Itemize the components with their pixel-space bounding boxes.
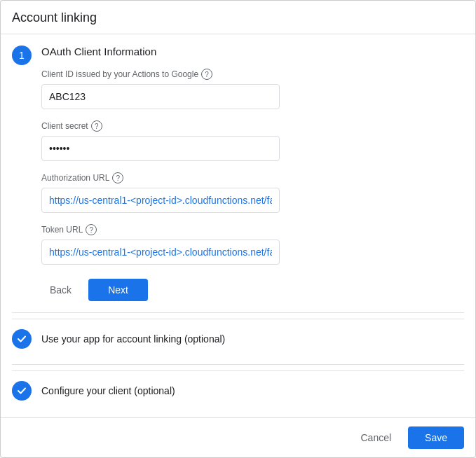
window-content: 1 OAuth Client Information Client ID iss… (1, 34, 475, 417)
token-url-label: Token URL ? (41, 224, 464, 235)
step-1-title: OAuth Client Information (41, 46, 464, 57)
client-secret-input[interactable] (41, 136, 280, 161)
back-button[interactable]: Back (41, 279, 80, 301)
token-url-input[interactable] (41, 240, 280, 265)
client-id-label: Client ID issued by your Actions to Goog… (41, 69, 464, 80)
step-3-circle (12, 381, 32, 401)
window-header: Account linking (1, 1, 475, 34)
client-secret-label: Client secret ? (41, 120, 464, 132)
step-1-content: OAuth Client Information Client ID issue… (41, 46, 464, 301)
check-icon-2 (17, 334, 27, 344)
auth-url-help-icon[interactable]: ? (112, 172, 123, 183)
divider-1 (12, 312, 464, 313)
step-2-section: Use your app for account linking (option… (12, 319, 464, 359)
client-id-group: Client ID issued by your Actions to Goog… (41, 69, 464, 109)
window-footer: Cancel Save (1, 417, 475, 457)
account-linking-window: Account linking 1 OAuth Client Informati… (0, 0, 476, 458)
step-1-circle: 1 (12, 46, 32, 65)
window-title: Account linking (12, 11, 97, 25)
cancel-button[interactable]: Cancel (352, 426, 400, 449)
save-button[interactable]: Save (408, 426, 464, 449)
client-secret-help-icon[interactable]: ? (91, 120, 102, 132)
client-id-help-icon[interactable]: ? (201, 69, 212, 80)
token-url-group: Token URL ? (41, 224, 464, 265)
auth-url-group: Authorization URL ? (41, 172, 464, 213)
auth-url-input[interactable] (41, 188, 280, 213)
next-button[interactable]: Next (88, 279, 148, 301)
divider-2 (12, 364, 464, 365)
client-secret-group: Client secret ? (41, 120, 464, 161)
token-url-help-icon[interactable]: ? (86, 224, 97, 235)
step-1-section: 1 OAuth Client Information Client ID iss… (12, 46, 464, 301)
step-2-label: Use your app for account linking (option… (41, 333, 225, 345)
step-3-label: Configure your client (optional) (41, 385, 175, 396)
step-3-section: Configure your client (optional) (12, 370, 464, 410)
auth-url-label: Authorization URL ? (41, 172, 464, 183)
step-2-circle (12, 329, 32, 349)
step-1-buttons: Back Next (41, 279, 464, 301)
check-icon-3 (17, 386, 27, 396)
client-id-input[interactable] (41, 84, 280, 109)
